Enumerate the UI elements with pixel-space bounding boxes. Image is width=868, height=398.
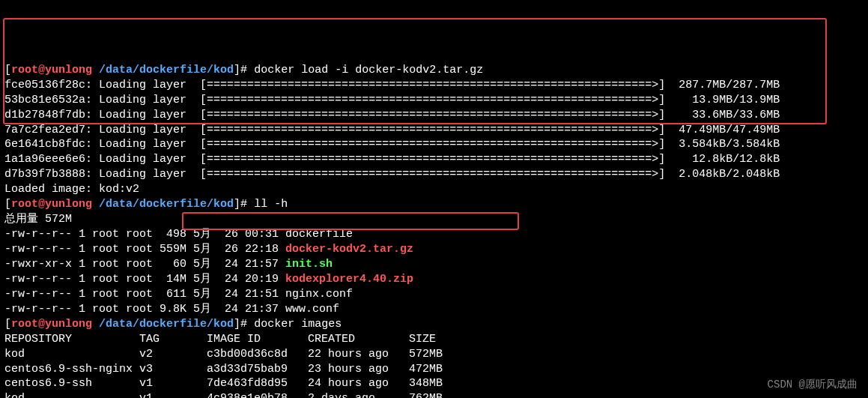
progress-bar: [=======================================… [200,153,665,166]
layer-size: 47.49MB/47.49MB [679,124,780,136]
progress-bar: [=======================================… [200,124,665,136]
image-row-3: kod v1 4c938e1e0b78 2 days ago 762MB [4,391,864,398]
file-name: init.sh [285,258,333,271]
layer-id: 1a1a96eee6e6 [4,153,85,166]
watermark-text: CSDN @愿听风成曲 [768,378,858,392]
layer-size: 3.584kB/3.584kB [679,138,780,151]
layer-label: Loading layer [99,124,186,136]
layer-size: 12.8kB/12.8kB [679,153,780,166]
image-row-1: centos6.9-ssh-nginx v3 a3d33d75bab9 23 h… [4,362,864,377]
layer-label: Loading layer [99,153,186,166]
image-row-0: kod v2 c3bd00d36c8d 22 hours ago 572MB [4,347,864,362]
file-name: nginx.conf [285,288,353,301]
file-name: www.conf [285,303,339,316]
progress-bar: [=======================================… [200,168,665,181]
file-perm: -rw-r--r-- 1 root root 559M 5月 26 22:18 [4,243,285,256]
command-docker-images: docker images [254,318,342,331]
file-line-2: -rwxr-xr-x 1 root root 60 5月 24 21:57 in… [4,257,864,272]
layer-id: 6e1641cb8fdc [4,138,85,151]
file-perm: -rw-r--r-- 1 root root 611 5月 24 21:51 [4,288,285,301]
progress-bar: [=======================================… [200,138,665,151]
prompt-line-2: [root@yunlong /data/dockerfile/kod]# ll … [4,197,864,212]
file-line-4: -rw-r--r-- 1 root root 611 5月 24 21:51 n… [4,287,864,302]
layer-id: d7b39f7b3888 [4,168,85,181]
file-perm: -rwxr-xr-x 1 root root 60 5月 24 21:57 [4,258,285,271]
command-ll: ll -h [254,198,288,211]
file-line-3: -rw-r--r-- 1 root root 14M 5月 24 20:19 k… [4,272,864,287]
file-perm: -rw-r--r-- 1 root root 9.8K 5月 24 21:37 [4,303,285,316]
layer-line-5: 1a1a96eee6e6: Loading layer [===========… [4,152,864,167]
layer-line-6: d7b39f7b3888: Loading layer [===========… [4,167,864,182]
layer-line-4: 6e1641cb8fdc: Loading layer [===========… [4,137,864,152]
image-row-2: centos6.9-ssh v1 7de463fd8d95 24 hours a… [4,376,864,391]
prompt-line-3: [root@yunlong /data/dockerfile/kod]# doc… [4,317,864,332]
file-line-1: -rw-r--r-- 1 root root 559M 5月 26 22:18 … [4,242,864,257]
highlight-box-layers [3,18,827,124]
images-header-line: REPOSITORY TAG IMAGE ID CREATED SIZE [4,332,864,347]
file-perm: -rw-r--r-- 1 root root 14M 5月 24 20:19 [4,273,285,286]
loaded-image-line: Loaded image: kod:v2 [4,182,864,197]
file-name: kodexplorer4.40.zip [285,273,413,286]
layer-line-3: 7a7c2fea2ed7: Loading layer [===========… [4,123,864,138]
file-name: docker-kodv2.tar.gz [285,243,413,256]
file-line-5: -rw-r--r-- 1 root root 9.8K 5月 24 21:37 … [4,302,864,317]
highlight-box-file [182,212,519,230]
layer-label: Loading layer [99,138,186,151]
layer-label: Loading layer [99,168,186,181]
layer-size: 2.048kB/2.048kB [679,168,780,181]
layer-id: 7a7c2fea2ed7 [4,124,85,136]
